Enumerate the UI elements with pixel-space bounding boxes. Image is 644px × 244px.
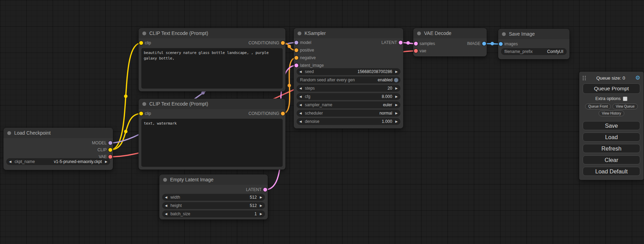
widget-label: Random seed after every gen xyxy=(300,78,355,82)
image-output-dot[interactable] xyxy=(482,42,486,46)
node-empty-latent-image[interactable]: Empty Latent Image LATENT ◀ width 512 ▶ … xyxy=(159,174,268,219)
decrement-arrow-icon[interactable]: ◀ xyxy=(165,196,167,199)
decrement-arrow-icon[interactable]: ◀ xyxy=(165,213,167,216)
widget-label: cfg xyxy=(305,94,310,99)
decrement-arrow-icon[interactable]: ◀ xyxy=(299,70,302,73)
node-title: CLIP Text Encode (Prompt) xyxy=(149,30,208,36)
decrement-arrow-icon[interactable]: ◀ xyxy=(299,87,302,90)
node-collapse-dot-icon[interactable] xyxy=(163,178,167,182)
vae-output-dot[interactable] xyxy=(108,155,112,159)
sampler-name-widget[interactable]: ◀ sampler_name euler ▶ xyxy=(297,101,400,108)
save-button[interactable]: Save xyxy=(583,121,640,130)
batch-size-widget[interactable]: ◀ batch_size 1 ▶ xyxy=(162,210,265,217)
latent-input-dot[interactable] xyxy=(294,64,298,67)
node-clip-text-encode-positive[interactable]: CLIP Text Encode (Prompt) clip CONDITION… xyxy=(139,28,285,91)
increment-arrow-icon[interactable]: ▶ xyxy=(260,213,262,216)
conditioning-output-dot[interactable] xyxy=(281,41,285,45)
input-slot-vae: vae xyxy=(413,47,426,54)
clear-button[interactable]: Clear xyxy=(583,155,640,164)
latent-input-dot[interactable] xyxy=(414,42,418,46)
link-midpoint-dot xyxy=(288,45,291,48)
slot-label: MODEL xyxy=(92,141,107,145)
queue-front-button[interactable]: Queue Front xyxy=(585,103,611,109)
image-input-dot[interactable] xyxy=(499,42,503,46)
steps-widget[interactable]: ◀ steps 20 ▶ xyxy=(297,85,400,92)
increment-arrow-icon[interactable]: ▶ xyxy=(395,120,398,123)
queue-prompt-button[interactable]: Queue Prompt xyxy=(583,83,640,94)
clip-input-dot[interactable] xyxy=(139,112,143,116)
clip-output-dot[interactable] xyxy=(108,148,112,152)
link-midpoint-dot xyxy=(491,42,494,45)
increment-arrow-icon[interactable]: ▶ xyxy=(395,103,398,107)
node-collapse-dot-icon[interactable] xyxy=(417,31,421,35)
clip-input-dot[interactable] xyxy=(139,41,143,45)
node-collapse-dot-icon[interactable] xyxy=(7,131,11,135)
increment-arrow-icon[interactable]: ▶ xyxy=(395,87,398,90)
increment-arrow-icon[interactable]: ▶ xyxy=(395,70,398,73)
node-collapse-dot-icon[interactable] xyxy=(142,31,146,35)
decrement-arrow-icon[interactable]: ◀ xyxy=(165,204,167,207)
node-title-bar[interactable]: Empty Latent Image xyxy=(159,174,268,185)
node-title-bar[interactable]: Save Image xyxy=(498,29,570,39)
vae-input-dot[interactable] xyxy=(414,49,418,53)
conditioning-output-dot[interactable] xyxy=(281,112,285,116)
decrement-arrow-icon[interactable]: ◀ xyxy=(299,95,302,98)
increment-arrow-icon[interactable]: ▶ xyxy=(395,112,398,115)
cfg-widget[interactable]: ◀ cfg 8.000 ▶ xyxy=(297,93,400,100)
node-title-bar[interactable]: Load Checkpoint xyxy=(3,128,113,138)
decrement-arrow-icon[interactable]: ◀ xyxy=(299,103,302,107)
increment-arrow-icon[interactable]: ▶ xyxy=(260,196,262,199)
load-button[interactable]: Load xyxy=(583,133,640,142)
node-title-bar[interactable]: CLIP Text Encode (Prompt) xyxy=(139,99,285,109)
comfy-menu-panel[interactable]: Queue size: 0 ⚙ Queue Prompt Extra optio… xyxy=(579,72,644,180)
random-seed-toggle-knob[interactable] xyxy=(394,78,398,82)
node-collapse-dot-icon[interactable] xyxy=(142,102,146,106)
width-widget[interactable]: ◀ width 512 ▶ xyxy=(162,194,265,201)
node-vae-decode[interactable]: VAE Decode samples vae IMAGE xyxy=(413,28,487,56)
slot-label: positive xyxy=(300,48,314,53)
decrement-arrow-icon[interactable]: ◀ xyxy=(299,120,302,123)
positive-prompt-textarea[interactable]: beautiful scenery nature glass bottle la… xyxy=(141,48,283,89)
negative-prompt-textarea[interactable]: text, watermark xyxy=(141,119,283,167)
load-default-button[interactable]: Load Default xyxy=(583,167,640,176)
scheduler-widget[interactable]: ◀ scheduler normal ▶ xyxy=(297,110,400,117)
conditioning-input-dot[interactable] xyxy=(294,56,298,60)
node-collapse-dot-icon[interactable] xyxy=(502,32,506,36)
latent-output-dot[interactable] xyxy=(263,188,267,192)
increment-arrow-icon[interactable]: ▶ xyxy=(260,204,262,207)
node-title-bar[interactable]: CLIP Text Encode (Prompt) xyxy=(139,28,285,38)
view-history-button[interactable]: View History xyxy=(599,110,624,116)
widget-value: ComfyUI xyxy=(547,49,563,54)
widget-value: 1.000 xyxy=(382,119,392,124)
node-load-checkpoint[interactable]: Load Checkpoint MODEL CLIP VAE ◀ ckpt_na… xyxy=(3,128,113,170)
denoise-widget[interactable]: ◀ denoise 1.000 ▶ xyxy=(297,118,400,125)
extra-options-checkbox[interactable] xyxy=(623,97,627,101)
settings-gear-icon[interactable]: ⚙ xyxy=(635,75,640,81)
filename-prefix-widget[interactable]: filename_prefix ComfyUI xyxy=(501,48,567,55)
model-output-dot[interactable] xyxy=(108,141,112,145)
decrement-arrow-icon[interactable]: ◀ xyxy=(9,160,11,163)
node-ksampler[interactable]: KSampler model positive negative latent_… xyxy=(294,28,403,128)
random-seed-toggle-widget[interactable]: Random seed after every gen enabled xyxy=(297,76,400,83)
ckpt-name-widget[interactable]: ◀ ckpt_name v1-5-pruned-emaonly.ckpt ▶ xyxy=(6,158,110,165)
node-title-bar[interactable]: KSampler xyxy=(294,28,403,38)
input-slot-positive: positive xyxy=(294,47,314,54)
menu-header: Queue size: 0 ⚙ xyxy=(583,74,640,82)
seed-widget[interactable]: ◀ seed 156680208700286 ▶ xyxy=(297,68,400,75)
decrement-arrow-icon[interactable]: ◀ xyxy=(299,112,302,115)
node-collapse-dot-icon[interactable] xyxy=(298,31,301,35)
increment-arrow-icon[interactable]: ▶ xyxy=(395,95,398,98)
node-save-image[interactable]: Save Image images filename_prefix ComfyU… xyxy=(498,29,570,59)
refresh-button[interactable]: Refresh xyxy=(583,144,640,153)
increment-arrow-icon[interactable]: ▶ xyxy=(105,160,107,163)
view-queue-button[interactable]: View Queue xyxy=(612,103,637,109)
node-title-bar[interactable]: VAE Decode xyxy=(413,28,487,38)
height-widget[interactable]: ◀ height 512 ▶ xyxy=(162,202,265,209)
widget-label: ckpt_name xyxy=(15,159,35,164)
model-input-dot[interactable] xyxy=(294,41,298,45)
widget-value: 512 xyxy=(250,195,257,200)
node-clip-text-encode-negative[interactable]: CLIP Text Encode (Prompt) clip CONDITION… xyxy=(139,99,285,170)
drag-handle-icon[interactable] xyxy=(583,75,586,80)
latent-output-dot[interactable] xyxy=(399,41,403,45)
conditioning-input-dot[interactable] xyxy=(294,48,298,52)
